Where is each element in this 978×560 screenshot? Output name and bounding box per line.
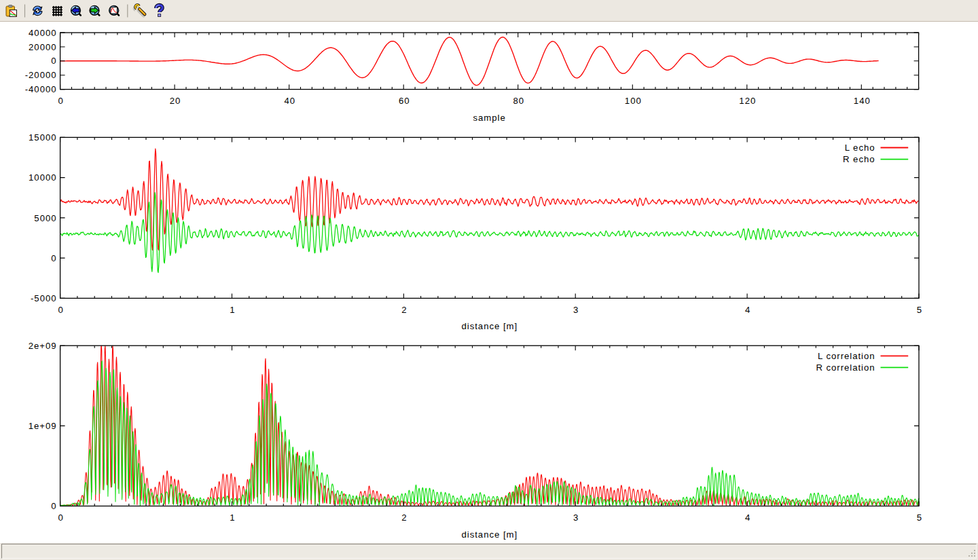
svg-text:40000: 40000 [29,28,56,38]
svg-text:sample: sample [473,113,505,123]
svg-text:5: 5 [917,512,922,523]
svg-text:3: 3 [573,512,579,523]
svg-text:100: 100 [625,96,642,106]
svg-text:-40000: -40000 [25,84,57,94]
svg-text:120: 120 [739,96,756,106]
svg-text:5000: 5000 [34,213,56,223]
svg-text:L correlation: L correlation [818,351,875,361]
svg-text:R echo: R echo [843,154,875,164]
svg-text:2: 2 [401,305,407,315]
svg-text:0: 0 [58,305,63,315]
svg-text:L echo: L echo [845,143,875,153]
svg-text:-20000: -20000 [25,70,57,80]
svg-text:140: 140 [854,96,871,106]
svg-text:distance [m]: distance [m] [462,321,518,331]
svg-text:4: 4 [745,305,750,315]
svg-text:0: 0 [51,501,56,511]
svg-text:distance [m]: distance [m] [462,529,518,540]
svg-text:1: 1 [230,512,235,523]
svg-text:0: 0 [51,253,56,263]
svg-text:-5000: -5000 [31,293,56,303]
svg-text:20000: 20000 [29,42,56,52]
svg-text:0: 0 [58,512,63,523]
svg-text:60: 60 [399,96,410,106]
svg-text:40: 40 [284,96,295,106]
svg-text:0: 0 [58,96,63,106]
svg-text:R correlation: R correlation [816,362,875,373]
svg-text:10000: 10000 [29,172,56,183]
svg-text:0: 0 [51,56,56,66]
svg-text:20: 20 [170,96,181,106]
svg-text:80: 80 [513,96,524,106]
svg-text:15000: 15000 [29,132,56,143]
svg-text:4: 4 [745,512,750,523]
svg-text:2e+09: 2e+09 [29,341,57,351]
svg-text:1: 1 [230,305,235,315]
svg-text:5: 5 [917,305,922,315]
svg-text:3: 3 [573,305,579,315]
svg-text:1e+09: 1e+09 [29,421,57,431]
svg-text:2: 2 [401,512,407,523]
